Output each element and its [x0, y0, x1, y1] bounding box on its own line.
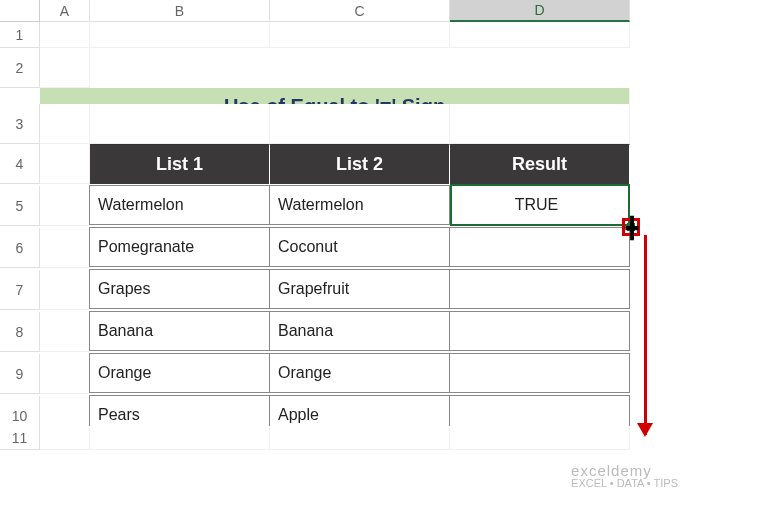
- row-header-2[interactable]: 2: [0, 48, 40, 88]
- cell-A5[interactable]: [40, 186, 90, 226]
- cell-B6[interactable]: Pomegranate: [89, 227, 270, 267]
- cell-D8[interactable]: [449, 311, 630, 351]
- cell-B11[interactable]: [90, 426, 270, 450]
- cell-B3[interactable]: [90, 104, 270, 144]
- table-header-c: List 2: [270, 144, 450, 184]
- cell-D9[interactable]: [449, 353, 630, 393]
- cell-D7[interactable]: [449, 269, 630, 309]
- cell-D6[interactable]: [449, 227, 630, 267]
- cell-C5[interactable]: Watermelon: [269, 185, 450, 225]
- cell-C9[interactable]: Orange: [269, 353, 450, 393]
- watermark-tag: EXCEL • DATA • TIPS: [571, 477, 678, 489]
- row-header-3[interactable]: 3: [0, 104, 40, 144]
- cell-D11[interactable]: [450, 426, 630, 450]
- cell-A6[interactable]: [40, 228, 90, 268]
- cell-C6[interactable]: Coconut: [269, 227, 450, 267]
- row-header-9[interactable]: 9: [0, 354, 40, 394]
- cell-C7[interactable]: Grapefruit: [269, 269, 450, 309]
- cell-A11[interactable]: [40, 426, 90, 450]
- cell-B5[interactable]: Watermelon: [89, 185, 270, 225]
- cell-D1[interactable]: [450, 22, 630, 48]
- select-all-corner[interactable]: [0, 0, 40, 22]
- row-header-5[interactable]: 5: [0, 186, 40, 226]
- row-header-8[interactable]: 8: [0, 312, 40, 352]
- watermark-brand: exceldemy: [571, 462, 652, 479]
- cell-B8[interactable]: Banana: [89, 311, 270, 351]
- col-header-D[interactable]: D: [450, 0, 630, 22]
- row-header-7[interactable]: 7: [0, 270, 40, 310]
- row-header-6[interactable]: 6: [0, 228, 40, 268]
- cell-A1[interactable]: [40, 22, 90, 48]
- cell-A3[interactable]: [40, 104, 90, 144]
- cell-D5[interactable]: TRUE: [449, 185, 630, 225]
- col-header-A[interactable]: A: [40, 0, 90, 22]
- cell-A2[interactable]: [40, 48, 90, 88]
- cell-D3[interactable]: [450, 104, 630, 144]
- cell-B7[interactable]: Grapes: [89, 269, 270, 309]
- table-header-b: List 1: [90, 144, 270, 184]
- cell-C11[interactable]: [270, 426, 450, 450]
- cell-C8[interactable]: Banana: [269, 311, 450, 351]
- cell-A8[interactable]: [40, 312, 90, 352]
- row-header-1[interactable]: 1: [0, 22, 40, 48]
- cell-A9[interactable]: [40, 354, 90, 394]
- row-header-4[interactable]: 4: [0, 144, 40, 184]
- cell-C1[interactable]: [270, 22, 450, 48]
- col-header-C[interactable]: C: [270, 0, 450, 22]
- watermark: exceldemy EXCEL • DATA • TIPS: [571, 463, 678, 489]
- table-header-d: Result: [450, 144, 630, 184]
- cell-C3[interactable]: [270, 104, 450, 144]
- cell-B9[interactable]: Orange: [89, 353, 270, 393]
- cell-A4[interactable]: [40, 144, 90, 184]
- col-header-B[interactable]: B: [90, 0, 270, 22]
- row-header-11[interactable]: 11: [0, 426, 40, 450]
- cell-A7[interactable]: [40, 270, 90, 310]
- cell-B1[interactable]: [90, 22, 270, 48]
